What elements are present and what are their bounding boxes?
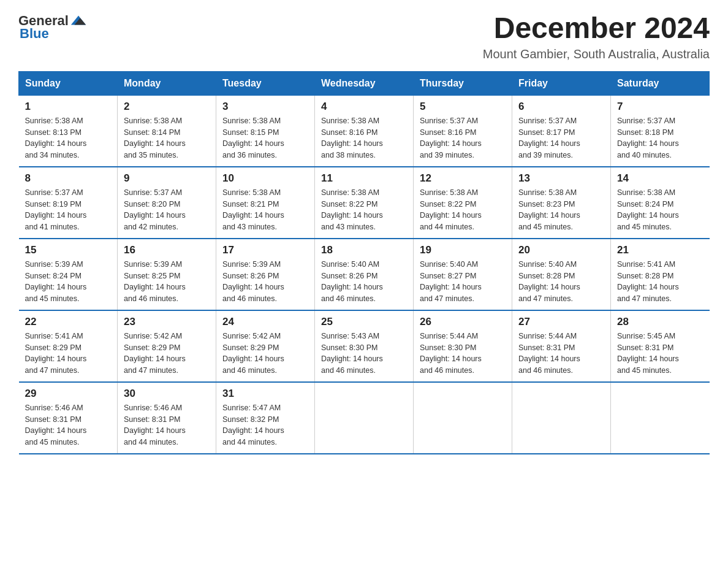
day-number: 11: [321, 172, 407, 185]
calendar-cell: 31 Sunrise: 5:47 AM Sunset: 8:32 PM Dayl…: [216, 382, 315, 454]
calendar-cell: 11 Sunrise: 5:38 AM Sunset: 8:22 PM Dayl…: [315, 167, 414, 239]
day-number: 2: [124, 101, 210, 113]
day-number: 12: [420, 172, 506, 185]
week-row-3: 15 Sunrise: 5:39 AM Sunset: 8:24 PM Dayl…: [19, 239, 710, 310]
week-row-5: 29 Sunrise: 5:46 AM Sunset: 8:31 PM Dayl…: [19, 382, 710, 454]
day-info: Sunrise: 5:38 AM Sunset: 8:24 PM Dayligh…: [617, 187, 703, 233]
title-area: December 2024 Mount Gambier, South Austr…: [483, 12, 710, 61]
day-info: Sunrise: 5:37 AM Sunset: 8:17 PM Dayligh…: [518, 115, 604, 161]
day-number: 18: [321, 244, 407, 256]
calendar-cell: 29 Sunrise: 5:46 AM Sunset: 8:31 PM Dayl…: [19, 382, 118, 454]
day-number: 4: [321, 101, 407, 113]
day-number: 30: [124, 388, 210, 400]
calendar-cell: 20 Sunrise: 5:40 AM Sunset: 8:28 PM Dayl…: [512, 239, 611, 310]
calendar-cell: 15 Sunrise: 5:39 AM Sunset: 8:24 PM Dayl…: [19, 239, 118, 310]
day-info: Sunrise: 5:41 AM Sunset: 8:28 PM Dayligh…: [617, 259, 703, 305]
day-info: Sunrise: 5:38 AM Sunset: 8:15 PM Dayligh…: [222, 115, 308, 161]
day-number: 29: [25, 388, 112, 400]
weekday-header-saturday: Saturday: [611, 71, 710, 95]
calendar-cell: [315, 382, 414, 454]
day-number: 20: [518, 244, 604, 256]
calendar-cell: 16 Sunrise: 5:39 AM Sunset: 8:25 PM Dayl…: [118, 239, 216, 310]
calendar-cell: 9 Sunrise: 5:37 AM Sunset: 8:20 PM Dayli…: [118, 167, 216, 239]
calendar-cell: 22 Sunrise: 5:41 AM Sunset: 8:29 PM Dayl…: [19, 310, 118, 382]
calendar-cell: 28 Sunrise: 5:45 AM Sunset: 8:31 PM Dayl…: [611, 310, 710, 382]
day-number: 23: [124, 316, 210, 328]
calendar-cell: 4 Sunrise: 5:38 AM Sunset: 8:16 PM Dayli…: [315, 95, 414, 167]
calendar-cell: 26 Sunrise: 5:44 AM Sunset: 8:30 PM Dayl…: [414, 310, 512, 382]
calendar-cell: 18 Sunrise: 5:40 AM Sunset: 8:26 PM Dayl…: [315, 239, 414, 310]
day-number: 28: [617, 316, 703, 328]
location-subtitle: Mount Gambier, South Australia, Australi…: [483, 47, 710, 61]
day-number: 24: [222, 316, 308, 328]
day-info: Sunrise: 5:40 AM Sunset: 8:26 PM Dayligh…: [321, 259, 407, 305]
calendar-cell: 10 Sunrise: 5:38 AM Sunset: 8:21 PM Dayl…: [216, 167, 315, 239]
month-title: December 2024: [483, 12, 710, 45]
calendar-cell: [512, 382, 611, 454]
calendar-cell: 17 Sunrise: 5:39 AM Sunset: 8:26 PM Dayl…: [216, 239, 315, 310]
day-number: 22: [25, 316, 112, 328]
day-info: Sunrise: 5:42 AM Sunset: 8:29 PM Dayligh…: [222, 331, 308, 377]
weekday-header-tuesday: Tuesday: [216, 71, 315, 95]
day-info: Sunrise: 5:47 AM Sunset: 8:32 PM Dayligh…: [222, 402, 308, 448]
day-info: Sunrise: 5:38 AM Sunset: 8:14 PM Dayligh…: [124, 115, 210, 161]
day-number: 15: [25, 244, 112, 256]
calendar-cell: 1 Sunrise: 5:38 AM Sunset: 8:13 PM Dayli…: [19, 95, 118, 167]
day-number: 26: [420, 316, 506, 328]
calendar-cell: 14 Sunrise: 5:38 AM Sunset: 8:24 PM Dayl…: [611, 167, 710, 239]
calendar-cell: 25 Sunrise: 5:43 AM Sunset: 8:30 PM Dayl…: [315, 310, 414, 382]
day-info: Sunrise: 5:39 AM Sunset: 8:24 PM Dayligh…: [25, 259, 112, 305]
page-header: General Blue December 2024 Mount Gambier…: [18, 12, 710, 61]
day-info: Sunrise: 5:38 AM Sunset: 8:22 PM Dayligh…: [420, 187, 506, 233]
logo: General Blue: [18, 12, 87, 42]
calendar-cell: [414, 382, 512, 454]
day-number: 1: [25, 101, 112, 113]
calendar-cell: 2 Sunrise: 5:38 AM Sunset: 8:14 PM Dayli…: [118, 95, 216, 167]
week-row-1: 1 Sunrise: 5:38 AM Sunset: 8:13 PM Dayli…: [19, 95, 710, 167]
day-info: Sunrise: 5:38 AM Sunset: 8:13 PM Dayligh…: [25, 115, 112, 161]
weekday-header-friday: Friday: [512, 71, 611, 95]
calendar-cell: 8 Sunrise: 5:37 AM Sunset: 8:19 PM Dayli…: [19, 167, 118, 239]
day-info: Sunrise: 5:39 AM Sunset: 8:25 PM Dayligh…: [124, 259, 210, 305]
calendar-cell: 13 Sunrise: 5:38 AM Sunset: 8:23 PM Dayl…: [512, 167, 611, 239]
day-info: Sunrise: 5:43 AM Sunset: 8:30 PM Dayligh…: [321, 331, 407, 377]
logo-blue: Blue: [20, 26, 49, 42]
day-info: Sunrise: 5:37 AM Sunset: 8:19 PM Dayligh…: [25, 187, 112, 233]
day-info: Sunrise: 5:40 AM Sunset: 8:28 PM Dayligh…: [518, 259, 604, 305]
day-number: 9: [124, 172, 210, 185]
logo-icon: [70, 12, 87, 29]
day-number: 10: [222, 172, 308, 185]
week-row-2: 8 Sunrise: 5:37 AM Sunset: 8:19 PM Dayli…: [19, 167, 710, 239]
day-number: 3: [222, 101, 308, 113]
calendar-cell: 19 Sunrise: 5:40 AM Sunset: 8:27 PM Dayl…: [414, 239, 512, 310]
calendar-cell: 12 Sunrise: 5:38 AM Sunset: 8:22 PM Dayl…: [414, 167, 512, 239]
day-info: Sunrise: 5:38 AM Sunset: 8:23 PM Dayligh…: [518, 187, 604, 233]
day-number: 16: [124, 244, 210, 256]
day-info: Sunrise: 5:40 AM Sunset: 8:27 PM Dayligh…: [420, 259, 506, 305]
day-number: 5: [420, 101, 506, 113]
weekday-header-sunday: Sunday: [19, 71, 118, 95]
day-info: Sunrise: 5:38 AM Sunset: 8:22 PM Dayligh…: [321, 187, 407, 233]
week-row-4: 22 Sunrise: 5:41 AM Sunset: 8:29 PM Dayl…: [19, 310, 710, 382]
day-number: 27: [518, 316, 604, 328]
weekday-header-thursday: Thursday: [414, 71, 512, 95]
calendar-cell: 5 Sunrise: 5:37 AM Sunset: 8:16 PM Dayli…: [414, 95, 512, 167]
weekday-header-wednesday: Wednesday: [315, 71, 414, 95]
day-info: Sunrise: 5:38 AM Sunset: 8:16 PM Dayligh…: [321, 115, 407, 161]
day-number: 21: [617, 244, 703, 256]
day-number: 8: [25, 172, 112, 185]
calendar-cell: [611, 382, 710, 454]
day-number: 19: [420, 244, 506, 256]
day-info: Sunrise: 5:46 AM Sunset: 8:31 PM Dayligh…: [25, 402, 112, 448]
calendar-cell: 21 Sunrise: 5:41 AM Sunset: 8:28 PM Dayl…: [611, 239, 710, 310]
day-info: Sunrise: 5:44 AM Sunset: 8:30 PM Dayligh…: [420, 331, 506, 377]
day-info: Sunrise: 5:37 AM Sunset: 8:16 PM Dayligh…: [420, 115, 506, 161]
weekday-header-row: SundayMondayTuesdayWednesdayThursdayFrid…: [19, 71, 710, 95]
day-info: Sunrise: 5:44 AM Sunset: 8:31 PM Dayligh…: [518, 331, 604, 377]
day-info: Sunrise: 5:37 AM Sunset: 8:18 PM Dayligh…: [617, 115, 703, 161]
day-info: Sunrise: 5:45 AM Sunset: 8:31 PM Dayligh…: [617, 331, 703, 377]
day-info: Sunrise: 5:38 AM Sunset: 8:21 PM Dayligh…: [222, 187, 308, 233]
calendar-cell: 30 Sunrise: 5:46 AM Sunset: 8:31 PM Dayl…: [118, 382, 216, 454]
day-number: 6: [518, 101, 604, 113]
day-number: 25: [321, 316, 407, 328]
